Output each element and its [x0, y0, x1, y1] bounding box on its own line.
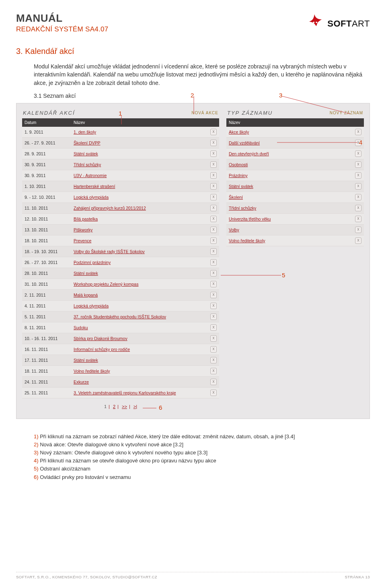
- delete-icon[interactable]: x: [210, 248, 217, 255]
- type-link[interactable]: Univerzita třetího věku: [229, 217, 271, 221]
- cell-date: 8. 11. 2011: [22, 322, 71, 333]
- pager-page-2[interactable]: 2: [113, 404, 115, 409]
- svg-point-0: [313, 22, 315, 23]
- event-link[interactable]: Malá kopaná: [74, 293, 98, 297]
- legend-item-1: Při kliknutí na záznam se zobrazí náhled…: [39, 433, 295, 439]
- delete-icon[interactable]: x: [210, 303, 217, 309]
- cell-date: 30. 9. 2011: [22, 170, 71, 181]
- types-table: Název Akce školyxDalší vzděláváníxDen ot…: [226, 118, 364, 246]
- legend-item-3: Nový záznam: Otevře dialogové okno k vyt…: [39, 450, 208, 456]
- new-event-link[interactable]: NOVÁ AKCE: [191, 111, 218, 115]
- softart-logo: SOFTART: [304, 12, 370, 35]
- delete-icon[interactable]: x: [210, 270, 217, 276]
- delete-icon[interactable]: x: [210, 237, 217, 244]
- delete-icon[interactable]: x: [355, 183, 361, 190]
- table-row: Další vzděláváníx: [226, 137, 364, 148]
- event-link[interactable]: Sudoku: [74, 325, 88, 330]
- pager-last[interactable]: >|: [133, 404, 137, 409]
- table-row: Volbyx: [226, 224, 364, 235]
- event-link[interactable]: Volby do Školské rady ISŠTE Sokolov: [74, 249, 145, 254]
- event-link[interactable]: Volno ředitele školy: [74, 369, 110, 373]
- pager-next[interactable]: >>: [122, 404, 127, 409]
- event-link[interactable]: Informační schůzky pro rodiče: [74, 347, 130, 352]
- type-link[interactable]: Prázdniny: [229, 173, 248, 178]
- delete-icon[interactable]: x: [210, 335, 217, 342]
- event-link[interactable]: Workshop projektu Zelený kompas: [74, 282, 138, 287]
- event-link[interactable]: Třídní schůzky: [74, 162, 101, 167]
- event-link[interactable]: Podzimní prázdniny: [74, 260, 111, 265]
- delete-icon[interactable]: x: [210, 390, 217, 396]
- event-link[interactable]: Státní svátek: [74, 151, 98, 156]
- col-type-name: Název: [226, 118, 349, 127]
- delete-icon[interactable]: x: [210, 140, 217, 146]
- delete-icon[interactable]: x: [210, 292, 217, 298]
- delete-icon[interactable]: x: [210, 314, 217, 320]
- event-link[interactable]: Zahájení přípravných kurzů 2011/2012: [74, 206, 146, 210]
- delete-icon[interactable]: x: [210, 194, 217, 200]
- type-link[interactable]: Den otevřených dveří: [229, 151, 269, 156]
- event-link[interactable]: 1. den školy: [74, 130, 96, 134]
- delete-icon[interactable]: x: [210, 205, 217, 211]
- new-type-link[interactable]: NOVÝ ZÁZNAM: [330, 111, 363, 115]
- delete-icon[interactable]: x: [355, 227, 361, 233]
- delete-icon[interactable]: x: [210, 368, 217, 374]
- delete-icon[interactable]: x: [210, 172, 217, 179]
- event-link[interactable]: Sbírka pro Diakonii Broumov: [74, 336, 127, 341]
- table-row: 18. 11. 2011Volno ředitele školyx: [22, 365, 219, 376]
- delete-icon[interactable]: x: [210, 183, 217, 190]
- type-link[interactable]: Třídní schůzky: [229, 206, 256, 210]
- event-link[interactable]: Státní svátek: [74, 271, 98, 276]
- delete-icon[interactable]: x: [355, 129, 361, 135]
- table-row: 10. - 16. 11. 2011Sbírka pro Diakonii Br…: [22, 333, 219, 344]
- delete-icon[interactable]: x: [210, 346, 217, 353]
- event-link[interactable]: Exkurze: [74, 380, 89, 384]
- event-link[interactable]: U3V - Astronomie: [74, 173, 107, 178]
- delete-icon[interactable]: x: [355, 237, 361, 244]
- event-link[interactable]: Piškworky: [74, 227, 92, 232]
- cell-date: 24. 11. 2011: [22, 376, 71, 387]
- delete-icon[interactable]: x: [355, 172, 361, 179]
- table-row: 1. 9. 20111. den školyx: [22, 127, 219, 138]
- delete-icon[interactable]: x: [210, 324, 217, 331]
- delete-icon[interactable]: x: [210, 379, 217, 385]
- event-link[interactable]: 37. ročník Studentského pochodu ISŠTE So…: [74, 314, 166, 319]
- delete-icon[interactable]: x: [210, 227, 217, 233]
- delete-icon[interactable]: x: [355, 194, 361, 200]
- types-panel: TYP ZÁZNAMU NOVÝ ZÁZNAM Název Akce školy…: [226, 109, 364, 246]
- table-row: Akce školyx: [226, 127, 364, 138]
- type-link[interactable]: Volno ředitele školy: [229, 238, 265, 243]
- event-link[interactable]: Prevence: [74, 238, 91, 243]
- delete-icon[interactable]: x: [355, 205, 361, 211]
- event-link[interactable]: Bílá pastelka: [74, 217, 98, 221]
- event-link[interactable]: 3. Veletrh zaměstnavatelů regionu Karlov…: [74, 390, 176, 395]
- section-heading: 3. Kalendář akcí: [16, 47, 370, 56]
- delete-icon[interactable]: x: [355, 216, 361, 222]
- table-row: Osobnostix: [226, 159, 364, 170]
- type-link[interactable]: Státní svátek: [229, 184, 253, 189]
- type-link[interactable]: Volby: [229, 227, 239, 232]
- type-link[interactable]: Další vzdělávání: [229, 140, 260, 145]
- legend-item-5: Odstraní akci/záznam: [39, 466, 90, 472]
- section-body: Modul Kalendář akcí umožňuje vkládat jed…: [16, 62, 370, 99]
- delete-icon[interactable]: x: [355, 140, 361, 146]
- event-link[interactable]: Logická olympiáda: [74, 195, 109, 200]
- delete-icon[interactable]: x: [210, 216, 217, 222]
- delete-icon[interactable]: x: [355, 151, 361, 157]
- delete-icon[interactable]: x: [210, 151, 217, 157]
- event-link[interactable]: Logická olympiáda: [74, 303, 109, 308]
- delete-icon[interactable]: x: [210, 281, 217, 287]
- delete-icon[interactable]: x: [210, 259, 217, 266]
- delete-icon[interactable]: x: [210, 129, 217, 135]
- type-link[interactable]: Školení: [229, 195, 243, 200]
- event-link[interactable]: Státní svátek: [74, 358, 98, 363]
- delete-icon[interactable]: x: [355, 161, 361, 168]
- delete-icon[interactable]: x: [210, 357, 217, 363]
- table-row: 24. 11. 2011Exkurzex: [22, 376, 219, 387]
- table-row: 17. 11. 2011Státní svátekx: [22, 355, 219, 365]
- event-link[interactable]: Školení DVPP: [74, 140, 101, 145]
- legend-item-4: Při kliknutí na záznam se otevře dialogo…: [39, 458, 216, 464]
- type-link[interactable]: Akce školy: [229, 130, 249, 134]
- event-link[interactable]: Hartenberské strašení: [74, 184, 115, 189]
- delete-icon[interactable]: x: [210, 161, 217, 168]
- type-link[interactable]: Osobnosti: [229, 162, 248, 167]
